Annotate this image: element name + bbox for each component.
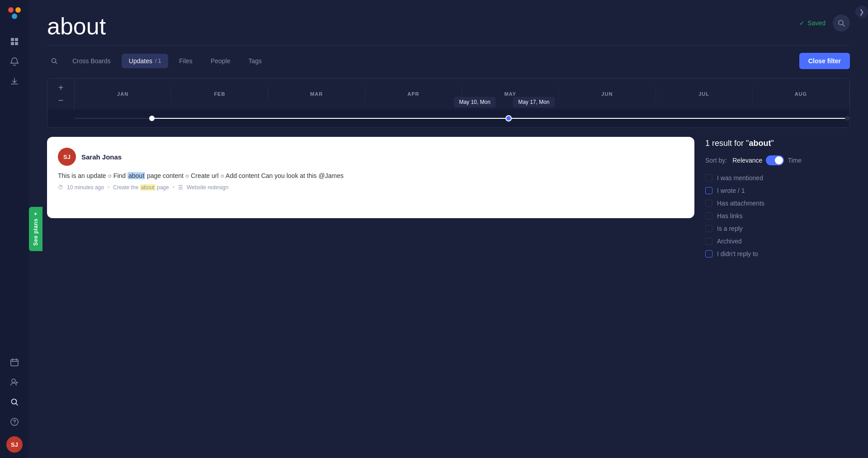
slider-tooltip-right: May 17, Mon — [513, 97, 555, 107]
sidebar-item-help[interactable] — [5, 413, 24, 431]
filter-reply[interactable]: Is a reply — [705, 225, 850, 232]
timeline-zoom-out[interactable]: − — [56, 95, 66, 106]
result-query: about — [749, 139, 771, 148]
sidebar-item-invite[interactable] — [5, 373, 24, 391]
tab-updates[interactable]: Updates / 1 — [122, 54, 169, 68]
filter-checkbox-reply[interactable] — [705, 225, 712, 232]
filter-links[interactable]: Has links — [705, 212, 850, 220]
filter-checkbox-wrote[interactable] — [705, 187, 712, 194]
tab-updates-badge: / 1 — [155, 58, 161, 64]
filter-mentioned[interactable]: I was mentioned — [705, 174, 850, 182]
tab-people[interactable]: People — [203, 54, 238, 68]
close-filter-button[interactable]: Close filter — [799, 53, 850, 69]
task-about-highlight: about — [140, 184, 156, 191]
sidebar-item-search[interactable] — [5, 393, 24, 411]
filter-archived-label: Archived — [717, 238, 741, 245]
filter-mentioned-label: I was mentioned — [717, 174, 763, 182]
sort-time[interactable]: Time — [788, 157, 802, 164]
slider-tooltip-right-container: May 17, Mon — [513, 97, 555, 107]
separator-dot-1: • — [108, 184, 109, 191]
right-panel: 1 result for "about" Sort by: Relevance … — [705, 137, 850, 449]
time-ago: 10 minutes ago — [67, 184, 104, 191]
saved-label: Saved — [807, 19, 826, 27]
user-avatar[interactable]: SJ — [6, 436, 23, 453]
see-plans-button[interactable]: See plans + — [29, 207, 42, 251]
tab-cross-boards[interactable]: Cross Boards — [65, 54, 118, 68]
slider-tooltip-left: May 10, Mon — [453, 97, 495, 107]
tab-cross-boards-label: Cross Boards — [72, 57, 111, 65]
sort-options: Relevance Time — [732, 155, 802, 165]
filter-attachments-label: Has attachments — [717, 200, 764, 207]
timeline-slider-row: May 10, Mon May 17, Mon — [47, 109, 849, 127]
month-aug: AUG — [753, 87, 849, 101]
filter-attachments[interactable]: Has attachments — [705, 200, 850, 207]
app-logo[interactable] — [6, 5, 23, 22]
toggle-knob — [775, 156, 783, 164]
tab-tags[interactable]: Tags — [241, 54, 269, 68]
timeline-slider-track[interactable]: May 10, Mon May 17, Mon — [75, 113, 849, 124]
sidebar-item-download[interactable] — [5, 72, 24, 90]
search-button[interactable] — [833, 14, 850, 32]
svg-point-11 — [14, 424, 15, 425]
tabs-bar: Cross Boards Updates / 1 Files People Ta… — [47, 53, 850, 69]
update-footer: ⏱ 10 minutes ago • Create the about page… — [58, 184, 684, 191]
slider-end-dot — [845, 116, 849, 121]
filter-checkbox-attachments[interactable] — [705, 200, 712, 207]
main-content: about ✓ Saved Cross Boards — [29, 0, 868, 458]
sidebar-item-calendar[interactable] — [5, 353, 24, 371]
sidebar-item-notifications[interactable] — [5, 52, 24, 70]
timeline: + − JAN FEB MAR APR MAY JUN JUL AUG — [47, 78, 850, 128]
filter-checkbox-links[interactable] — [705, 212, 712, 220]
clock-icon: ⏱ — [58, 184, 63, 191]
timeline-zoom-in[interactable]: + — [56, 82, 66, 93]
update-body: This is an update ○ Find about page cont… — [58, 171, 684, 181]
see-plans-label: See plans — [33, 218, 39, 246]
see-plans-tab[interactable]: See plans + — [29, 207, 42, 251]
month-jun: JUN — [559, 87, 656, 101]
sidebar: SJ — [0, 0, 29, 458]
tab-search-icon[interactable] — [47, 54, 61, 68]
tab-files[interactable]: Files — [172, 54, 200, 68]
page-header: about ✓ Saved — [47, 14, 850, 38]
update-author-avatar: SJ — [58, 148, 76, 166]
filter-not-replied[interactable]: I didn't reply to — [705, 250, 850, 257]
slider-tooltip-container: May 10, Mon — [453, 97, 495, 107]
header-right: ✓ Saved — [799, 14, 850, 32]
update-author-name: Sarah Jonas — [81, 153, 122, 161]
result-count: 1 result for "about" — [705, 139, 850, 148]
slider-range — [152, 118, 849, 119]
filter-checkbox-archived[interactable] — [705, 238, 712, 245]
svg-point-1 — [15, 7, 21, 13]
board-name: Website redesign — [187, 184, 229, 191]
task-label: Create the about page — [113, 184, 169, 191]
month-feb: FEB — [171, 87, 268, 101]
board-icon: ☰ — [178, 184, 183, 191]
see-plans-plus: + — [33, 212, 39, 216]
timeline-header: + − JAN FEB MAR APR MAY JUN JUL AUG — [47, 79, 849, 109]
filter-archived[interactable]: Archived — [705, 238, 850, 245]
sort-toggle[interactable] — [766, 155, 784, 165]
filter-checkbox-mentioned[interactable] — [705, 174, 712, 182]
month-jul: JUL — [656, 87, 753, 101]
update-highlight-about: about — [127, 172, 145, 179]
tab-updates-label: Updates — [129, 57, 152, 65]
slider-thumb-right[interactable] — [505, 115, 512, 122]
svg-rect-5 — [11, 42, 14, 45]
svg-rect-6 — [15, 42, 18, 45]
content-area: SJ Sarah Jonas This is an update ○ Find … — [47, 137, 850, 449]
month-apr: APR — [365, 87, 462, 101]
sort-row: Sort by: Relevance Time — [705, 155, 850, 165]
filter-list: I was mentioned I wrote / 1 Has attachme… — [705, 174, 850, 257]
filter-reply-label: Is a reply — [717, 225, 743, 232]
tab-files-label: Files — [179, 57, 193, 65]
page-title: about — [47, 14, 106, 38]
sidebar-item-grid[interactable] — [5, 33, 24, 51]
collapse-button[interactable]: ❯ — [855, 5, 868, 18]
update-card-header: SJ Sarah Jonas — [58, 148, 684, 166]
slider-thumb-left[interactable] — [149, 116, 155, 121]
filter-checkbox-not-replied[interactable] — [705, 250, 712, 257]
sort-relevance[interactable]: Relevance — [732, 157, 762, 164]
separator-dot-2: • — [173, 184, 175, 191]
filter-wrote[interactable]: I wrote / 1 — [705, 187, 850, 194]
update-card: SJ Sarah Jonas This is an update ○ Find … — [47, 137, 694, 218]
